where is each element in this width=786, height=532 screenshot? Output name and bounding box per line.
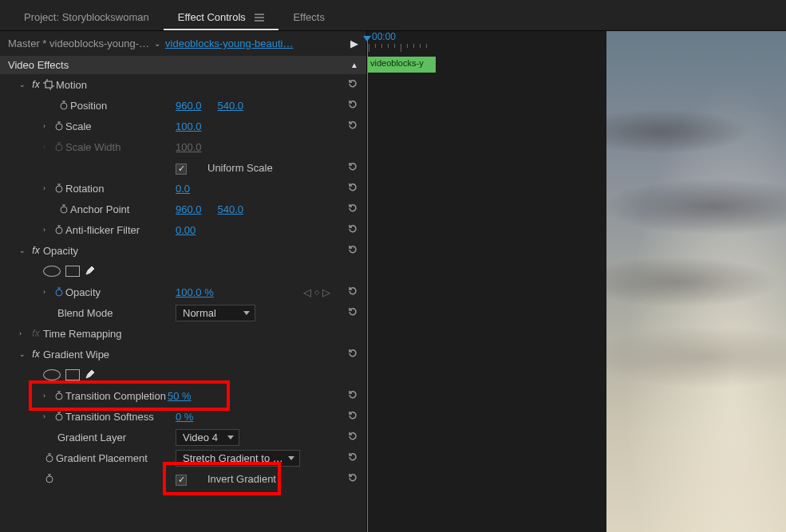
twisty-transition-completion[interactable]: › — [43, 392, 53, 400]
opacity-value[interactable]: 100.0 % — [176, 286, 214, 298]
mask-ellipse-icon[interactable] — [43, 266, 61, 277]
gradient-placement-label: Gradient Placement — [56, 452, 148, 464]
twisty-antiflicker[interactable]: › — [43, 226, 53, 234]
gradient-layer-label: Gradient Layer — [57, 432, 126, 443]
svg-point-11 — [56, 124, 62, 130]
position-x[interactable]: 960.0 — [176, 100, 202, 112]
transform-icon[interactable] — [43, 79, 56, 90]
transition-completion-label: Transition Completion — [65, 390, 166, 402]
reset-motion[interactable] — [347, 78, 358, 92]
play-icon[interactable]: ▶ — [350, 37, 358, 49]
opacity-label: Opacity — [43, 245, 78, 257]
invert-gradient-label: Invert Gradient — [207, 473, 276, 485]
playhead[interactable] — [367, 41, 368, 532]
collapse-icon: ▲ — [350, 61, 358, 69]
blend-mode-dropdown[interactable]: Normal — [176, 305, 255, 321]
svg-point-20 — [61, 207, 67, 213]
twisty-motion[interactable]: ⌄ — [19, 81, 29, 89]
anchor-y[interactable]: 540.0 — [218, 203, 244, 215]
invert-gradient-checkbox[interactable] — [176, 475, 187, 486]
scale-value[interactable]: 100.0 — [176, 120, 202, 132]
stopwatch-transition-softness[interactable] — [53, 412, 65, 421]
time-ruler[interactable] — [367, 44, 606, 55]
transition-softness-value[interactable]: 0 % — [176, 411, 193, 423]
motion-label: Motion — [56, 79, 87, 91]
reset-gradient-wipe[interactable] — [347, 348, 358, 361]
reset-rotation[interactable] — [347, 182, 358, 195]
position-y[interactable]: 540.0 — [218, 100, 244, 112]
clip-link[interactable]: videoblocks-young-beauti… — [165, 37, 293, 49]
twisty-opacity[interactable]: ⌄ — [19, 246, 29, 254]
stopwatch-transition-completion[interactable] — [53, 391, 65, 400]
transition-completion-value[interactable]: 50 % — [168, 390, 192, 402]
reset-transition-completion[interactable] — [347, 389, 358, 403]
keyframe-nav[interactable]: ◁◇▷ — [303, 286, 330, 298]
gradient-wipe-label: Gradient Wipe — [43, 349, 109, 361]
preview-image — [606, 31, 786, 532]
stopwatch-rotation[interactable] — [53, 183, 65, 193]
anchor-x[interactable]: 960.0 — [176, 203, 202, 215]
scale-label: Scale — [65, 120, 92, 132]
reset-antiflicker[interactable] — [347, 223, 358, 237]
svg-rect-3 — [45, 81, 52, 88]
svg-point-17 — [56, 186, 62, 192]
mask-pen-icon[interactable] — [85, 265, 96, 278]
twisty-scale[interactable]: › — [43, 122, 53, 130]
uniform-scale-checkbox[interactable] — [176, 164, 187, 175]
reset-gradient-layer[interactable] — [347, 431, 358, 444]
position-label: Position — [70, 100, 107, 112]
timeline-clip[interactable]: videoblocks-y — [367, 57, 436, 73]
tab-effect-controls[interactable]: Effect Controls — [164, 6, 279, 30]
reset-uniform[interactable] — [347, 161, 358, 175]
fx-badge[interactable]: fx — [29, 79, 43, 90]
fx-badge-opacity[interactable]: fx — [29, 245, 43, 256]
twisty-time-remap[interactable]: › — [19, 329, 29, 337]
timecode: 00:00 — [372, 31, 396, 42]
panel-menu-icon[interactable] — [255, 12, 264, 24]
reset-scale[interactable] — [347, 120, 358, 133]
reset-opacity-fx[interactable] — [347, 244, 358, 258]
fx-badge-gradient[interactable]: fx — [29, 349, 43, 360]
gradient-placement-dropdown[interactable]: Stretch Gradient to … — [176, 450, 300, 467]
tab-project[interactable]: Project: Storyblockswoman — [10, 6, 164, 30]
stopwatch-opacity[interactable] — [53, 287, 65, 297]
mask-rect-icon[interactable] — [65, 266, 80, 277]
mask-pen-icon-2[interactable] — [85, 368, 96, 382]
mini-timeline: 00:00 videoblocks-y — [367, 31, 606, 532]
rotation-value[interactable]: 0.0 — [176, 183, 190, 195]
stopwatch-antiflicker[interactable] — [53, 225, 65, 234]
stopwatch-scale[interactable] — [53, 121, 65, 131]
mask-rect-icon-2[interactable] — [65, 369, 80, 380]
video-effects-label: Video Effects — [8, 59, 69, 71]
svg-point-35 — [46, 455, 53, 462]
transition-softness-label: Transition Softness — [65, 411, 154, 423]
svg-point-8 — [61, 103, 67, 109]
twisty-rotation[interactable]: › — [43, 184, 53, 192]
tab-effects[interactable]: Effects — [278, 6, 339, 30]
svg-point-32 — [56, 414, 62, 420]
tab-bar: Project: Storyblockswoman Effect Control… — [0, 0, 786, 31]
fx-badge-timeremap[interactable]: fx — [29, 328, 43, 339]
reset-transition-softness[interactable] — [347, 410, 358, 424]
stopwatch-position[interactable] — [57, 100, 70, 110]
antiflicker-value[interactable]: 0.00 — [176, 224, 196, 236]
reset-anchor[interactable] — [347, 203, 358, 216]
stopwatch-anchor[interactable] — [57, 204, 70, 214]
stopwatch-gradient-placement[interactable] — [43, 453, 56, 463]
reset-opacity[interactable] — [347, 286, 358, 299]
scale-width-label: Scale Width — [65, 141, 120, 153]
reset-position[interactable] — [347, 99, 358, 112]
gradient-layer-dropdown[interactable]: Video 4 — [176, 429, 239, 446]
video-effects-header[interactable]: Video Effects ▲ — [0, 56, 366, 74]
uniform-scale-label: Uniform Scale — [207, 162, 273, 174]
stopwatch-scale-width — [53, 142, 65, 152]
twisty-gradient-wipe[interactable]: ⌄ — [19, 350, 29, 358]
twisty-opacity-val[interactable]: › — [43, 288, 53, 296]
reset-blend[interactable] — [347, 306, 358, 320]
reset-invert-gradient[interactable] — [347, 472, 358, 486]
mask-ellipse-icon-2[interactable] — [43, 369, 61, 380]
twisty-transition-softness[interactable]: › — [43, 412, 53, 420]
reset-gradient-placement[interactable] — [347, 451, 358, 465]
stopwatch-invert-gradient[interactable] — [43, 474, 56, 483]
chevron-down-icon[interactable]: ⌄ — [154, 39, 160, 48]
